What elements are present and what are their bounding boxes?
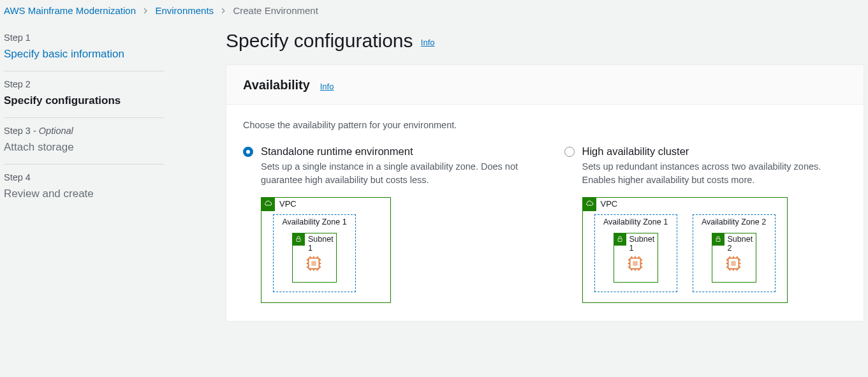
panel-header: Availability Info — [226, 65, 864, 105]
chip-icon — [724, 254, 743, 273]
lock-icon — [292, 233, 305, 246]
option-ha-cluster[interactable]: High availability cluster Sets up redund… — [564, 145, 848, 303]
option-description: Sets up redundant instances across two a… — [582, 160, 848, 187]
az-label: Availability Zone 2 — [693, 218, 775, 226]
step-label: Step 2 — [4, 79, 165, 89]
chevron-right-icon — [220, 5, 226, 16]
svg-rect-17 — [633, 261, 638, 266]
option-title: High availability cluster — [582, 145, 848, 158]
option-standalone[interactable]: Standalone runtime environment Sets up a… — [243, 145, 526, 303]
svg-rect-2 — [311, 261, 316, 266]
breadcrumb: AWS Mainframe Modernization Environments… — [0, 0, 868, 25]
vpc-label: VPC — [601, 199, 618, 209]
main-content: Specify configurations Info Availability… — [191, 25, 868, 322]
option-title: Standalone runtime environment — [261, 145, 526, 158]
page-title: Specify configurations Info — [226, 25, 864, 64]
chip-icon — [304, 254, 323, 273]
step-label: Step 4 — [4, 172, 165, 182]
wizard-step-3[interactable]: Step 3 - Optional Attach storage — [4, 118, 165, 165]
architecture-diagram: VPC Availability Zone 1 Subnet — [261, 197, 526, 303]
subnet-box: Subnet 1 — [292, 233, 337, 283]
radio-button[interactable] — [243, 147, 253, 157]
lock-icon — [614, 233, 626, 246]
svg-rect-0 — [297, 239, 300, 242]
info-link[interactable]: Info — [320, 82, 334, 91]
svg-rect-32 — [731, 261, 736, 266]
subnet-box: Subnet 2 — [712, 233, 756, 283]
chevron-right-icon — [142, 5, 149, 16]
svg-rect-15 — [618, 239, 622, 242]
cloud-icon — [582, 197, 596, 211]
radio-button[interactable] — [564, 147, 575, 157]
lock-icon — [712, 233, 725, 246]
breadcrumb-current: Create Environment — [233, 5, 318, 16]
wizard-step-2: Step 2 Specify configurations — [4, 71, 165, 118]
availability-options: Standalone runtime environment Sets up a… — [243, 145, 847, 303]
vpc-box: VPC Availability Zone 1 Subnet — [261, 197, 391, 303]
step-title: Specify basic information — [4, 43, 165, 61]
option-description: Sets up a single instance in a single av… — [261, 160, 526, 187]
availability-zone-box: Availability Zone 2 Subnet 2 — [693, 214, 776, 292]
az-label: Availability Zone 1 — [274, 218, 355, 226]
step-label-text: Step 3 - — [4, 126, 39, 136]
subnet-label: Subnet 1 — [308, 235, 336, 253]
cloud-icon — [261, 197, 275, 211]
wizard-step-1[interactable]: Step 1 Specify basic information — [4, 25, 165, 71]
breadcrumb-link-service[interactable]: AWS Mainframe Modernization — [4, 5, 136, 16]
subnet-label: Subnet 2 — [728, 235, 756, 253]
step-label: Step 1 — [4, 33, 165, 43]
page-title-text: Specify configurations — [226, 30, 413, 51]
step-label: Step 3 - Optional — [4, 126, 165, 136]
step-title: Attach storage — [4, 136, 165, 154]
az-label: Availability Zone 1 — [595, 218, 677, 226]
panel-body: Choose the availability pattern for your… — [226, 105, 864, 321]
svg-rect-30 — [716, 239, 720, 242]
availability-zone-box: Availability Zone 1 Subnet 1 — [273, 214, 356, 292]
info-link[interactable]: Info — [421, 38, 435, 47]
helper-text: Choose the availability pattern for your… — [243, 120, 847, 130]
panel-title: Availability — [243, 78, 310, 92]
vpc-box: VPC Availability Zone 1 Subnet — [582, 197, 788, 303]
breadcrumb-link-environments[interactable]: Environments — [155, 5, 214, 16]
step-title: Review and create — [4, 182, 165, 200]
wizard-steps: Step 1 Specify basic information Step 2 … — [0, 25, 191, 322]
wizard-step-4[interactable]: Step 4 Review and create — [4, 165, 165, 211]
subnet-label: Subnet 1 — [629, 235, 658, 253]
availability-zone-box: Availability Zone 1 Subnet 1 — [594, 214, 677, 292]
chip-icon — [626, 254, 645, 273]
step-title: Specify configurations — [4, 89, 165, 107]
step-label-optional: Optional — [39, 126, 73, 136]
subnet-box: Subnet 1 — [614, 233, 658, 283]
vpc-label: VPC — [279, 199, 297, 209]
availability-panel: Availability Info Choose the availabilit… — [226, 64, 864, 322]
architecture-diagram: VPC Availability Zone 1 Subnet — [582, 197, 848, 303]
